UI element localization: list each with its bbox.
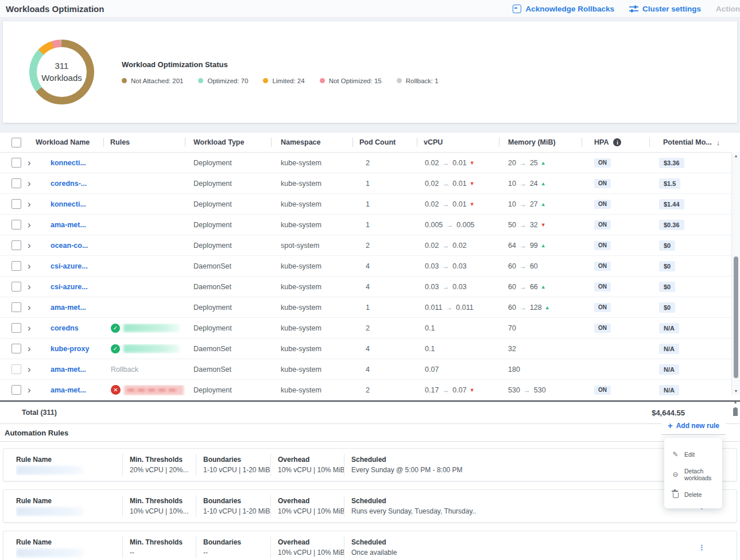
metric-from: 10	[508, 200, 516, 208]
add-new-rule-button[interactable]: + Add new rule	[664, 421, 723, 430]
row-checkbox[interactable]	[11, 302, 21, 312]
expand-row-icon[interactable]: ›	[28, 365, 31, 374]
expand-row-icon[interactable]: ›	[28, 200, 31, 208]
row-checkbox[interactable]	[11, 385, 21, 395]
workloads-donut-chart: 311 Workloads	[29, 40, 94, 104]
expand-row-icon[interactable]: ›	[28, 180, 31, 188]
row-checkbox-cell	[0, 158, 23, 168]
row-checkbox-cell	[0, 261, 23, 271]
acknowledge-rollbacks-label: Acknowledge Rollbacks	[525, 5, 614, 13]
row-checkbox[interactable]	[11, 158, 21, 168]
workload-name-link[interactable]: ama-met...	[51, 365, 86, 374]
metric-from: 0.02	[425, 159, 439, 167]
metric-from: 10	[508, 180, 516, 188]
workload-name-link[interactable]: ocean-co...	[51, 242, 88, 250]
scroll-down-icon[interactable]: ▼	[732, 389, 740, 393]
table-scrollbar-thumb[interactable]	[734, 256, 738, 378]
row-checkbox[interactable]	[11, 178, 21, 188]
table-scrollbar[interactable]: ▲ ▼	[731, 152, 740, 395]
workload-name-link[interactable]: coredns-...	[51, 180, 87, 188]
pod-count-cell: 1	[352, 304, 417, 312]
row-checkbox[interactable]	[11, 364, 21, 374]
page-scrollbar-thumb[interactable]	[733, 407, 738, 416]
expand-row-icon[interactable]: ›	[28, 345, 31, 353]
workload-type-cell: Deployment	[185, 242, 271, 250]
potential-monthly-badge: $0	[659, 240, 675, 251]
column-header-vcpu[interactable]: vCPU	[417, 133, 499, 152]
workload-name-link[interactable]: konnecti...	[51, 159, 86, 167]
row-checkbox[interactable]	[11, 199, 21, 209]
row-checkbox-cell	[0, 240, 23, 250]
potential-monthly-badge: $0	[659, 302, 675, 313]
menu-item-delete[interactable]: Delete	[664, 486, 722, 503]
scheduled-value: Runs every Sunday, Tuesday, Thursday..	[351, 507, 737, 515]
workload-name-link[interactable]: csi-azure...	[51, 262, 88, 270]
expand-row-icon[interactable]: ›	[28, 221, 31, 229]
pod-count-cell: 2	[352, 324, 417, 332]
column-header-workload-type[interactable]: Workload Type	[185, 133, 271, 152]
workload-name-cell: ama-met...	[39, 386, 103, 394]
expand-row-icon[interactable]: ›	[28, 283, 31, 291]
boundaries-label: Boundaries	[203, 456, 270, 464]
row-checkbox[interactable]	[11, 344, 21, 353]
workload-name-link[interactable]: csi-azure...	[51, 283, 88, 291]
scroll-up-icon[interactable]: ▲	[732, 154, 740, 158]
vcpu-cell: 0.03→0.03	[417, 283, 499, 291]
workload-name-link[interactable]: kube-proxy	[51, 345, 89, 353]
expand-row-icon[interactable]: ›	[28, 386, 31, 394]
rule-menu-kebab-icon[interactable]: ⋮	[698, 544, 706, 551]
expand-row-icon[interactable]: ›	[28, 242, 31, 250]
trend-down-icon: ▼	[470, 387, 475, 393]
column-header-memory[interactable]: Memory (MiB)	[499, 133, 582, 152]
workload-name-link[interactable]: ama-met...	[51, 221, 86, 229]
metric-to: 0.011	[456, 304, 473, 312]
workload-name-cell: coredns-...	[39, 180, 103, 188]
expand-row-icon[interactable]: ›	[28, 262, 31, 270]
menu-item-detach-workloads-label: Detach workloads	[684, 468, 719, 481]
row-checkbox[interactable]	[11, 220, 21, 230]
legend-item: Not Attached: 201	[122, 77, 183, 84]
row-checkbox[interactable]	[11, 240, 21, 250]
expand-row-icon[interactable]: ›	[28, 159, 31, 167]
workload-name-cell: csi-azure...	[39, 283, 103, 291]
column-header-pod-count[interactable]: Pod Count	[352, 133, 417, 152]
hpa-info-icon[interactable]: i	[613, 138, 621, 146]
rule-attached-check-icon: ✓	[111, 324, 120, 333]
metric-value: 32	[508, 345, 516, 353]
workload-name-link[interactable]: konnecti...	[51, 200, 86, 208]
workload-name-link[interactable]: ama-met...	[51, 386, 86, 394]
page-title: Workloads Optimization	[6, 4, 104, 14]
menu-item-detach-workloads[interactable]: ⊖ Detach workloads	[664, 463, 722, 486]
cluster-settings-button[interactable]: Cluster settings	[629, 5, 701, 13]
acknowledge-rollbacks-button[interactable]: Acknowledge Rollbacks	[513, 5, 614, 13]
column-header-hpa[interactable]: HPA i	[582, 133, 649, 152]
potential-monthly-badge: N/A	[659, 385, 679, 395]
automation-rules-header: Automation Rules	[0, 424, 740, 442]
potential-monthly-cell: N/A	[649, 385, 740, 395]
top-actions: Acknowledge Rollbacks Cluster settings A…	[513, 5, 740, 13]
row-checkbox[interactable]	[11, 282, 21, 291]
workload-name-link[interactable]: ama-met...	[51, 304, 86, 312]
sort-desc-icon[interactable]: ↓	[716, 138, 720, 147]
workload-name-link[interactable]: coredns	[51, 324, 79, 332]
workload-type-cell: Deployment	[185, 200, 271, 208]
table-row: ›ama-met...Deploymentkube-system10.005→0…	[0, 215, 740, 235]
column-header-workload-name[interactable]: Workload Name	[23, 133, 103, 152]
row-checkbox[interactable]	[11, 323, 21, 333]
row-checkbox[interactable]	[11, 261, 21, 271]
rule-card: Rule Name Min. Thresholds 20% vCPU | 20%…	[3, 448, 737, 481]
expand-row-icon[interactable]: ›	[28, 304, 31, 312]
pod-count-cell: 4	[352, 262, 417, 270]
column-header-rules[interactable]: Rules	[103, 133, 185, 152]
expand-row-icon[interactable]: ›	[28, 324, 31, 332]
hpa-on-badge: ON	[594, 303, 611, 312]
rule-name-redacted	[16, 549, 84, 557]
column-header-namespace[interactable]: Namespace	[271, 133, 352, 152]
cluster-settings-label: Cluster settings	[642, 5, 701, 13]
select-all-checkbox[interactable]	[11, 138, 21, 147]
menu-item-edit[interactable]: ✎ Edit	[664, 446, 722, 463]
metric-from: 0.005	[425, 221, 443, 229]
page-scroll-up-icon[interactable]: ▲	[732, 400, 739, 404]
column-header-potential-monthly[interactable]: Potential Mo... ↓	[649, 133, 740, 152]
arrow-right-icon: →	[446, 221, 453, 229]
